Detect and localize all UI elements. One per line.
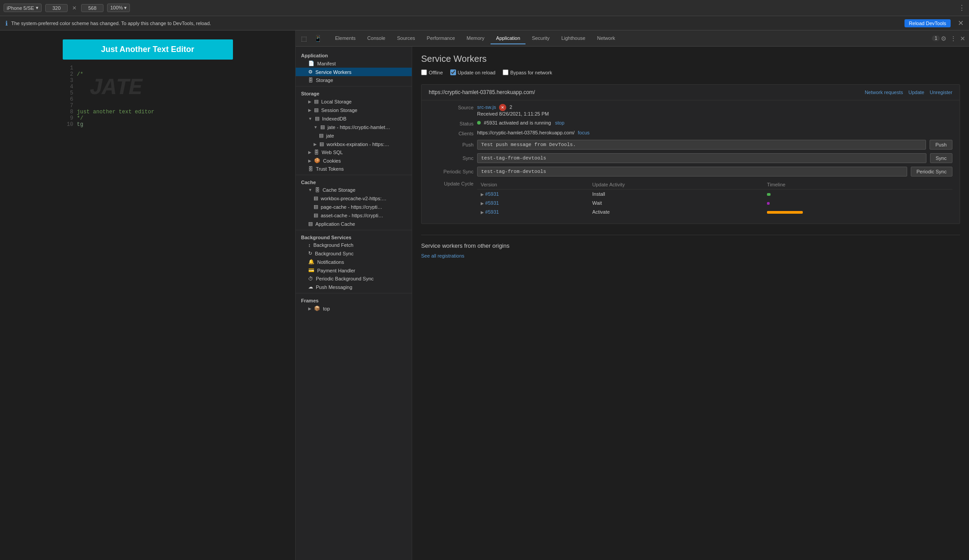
tab-application[interactable]: Application: [491, 33, 525, 44]
sidebar-item-web-sql[interactable]: ▶ 🗄 Web SQL: [296, 148, 412, 156]
expand-icon-install[interactable]: ▶: [481, 192, 484, 197]
push-button[interactable]: Push: [930, 140, 952, 150]
sidebar-item-push-messaging[interactable]: ☁ Push Messaging: [296, 283, 412, 291]
timeline-bar-wait: [767, 202, 770, 205]
sidebar-item-cookies[interactable]: ▶ 🍪 Cookies: [296, 156, 412, 165]
tab-memory[interactable]: Memory: [461, 33, 490, 44]
height-input[interactable]: [81, 4, 103, 12]
sidebar-item-session-storage[interactable]: ▶ ▤ Session Storage: [296, 106, 412, 114]
sidebar-item-jate-db-label: jate - https://cryptic-hamlet…: [327, 125, 390, 130]
tab-performance[interactable]: Performance: [422, 33, 461, 44]
offline-checkbox[interactable]: [421, 69, 427, 75]
frames-section-label: Frames: [296, 295, 412, 304]
sidebar-item-asset-cache[interactable]: ▤ asset-cache - https://crypti…: [296, 211, 412, 220]
update-on-reload-checkbox-label[interactable]: Update on reload: [450, 69, 495, 75]
device-dropdown-icon: ▾: [36, 5, 39, 11]
divider-4: [296, 293, 412, 293]
bypass-for-network-checkbox[interactable]: [503, 69, 508, 75]
notifications-icon: 🔔: [308, 259, 314, 265]
app-title: Just Another Text Editor: [63, 39, 233, 60]
sidebar-item-trust-tokens[interactable]: 🗄 Trust Tokens: [296, 165, 412, 173]
sidebar-item-local-storage[interactable]: ▶ ▤ Local Storage: [296, 97, 412, 106]
version-link-wait[interactable]: #5931: [485, 200, 499, 206]
sidebar-item-session-storage-label: Session Storage: [321, 108, 357, 113]
sidebar-item-notifications[interactable]: 🔔 Notifications: [296, 258, 412, 266]
sidebar-item-frames-top[interactable]: ▶ 📦 top: [296, 304, 412, 313]
activity-col-header: Update Activity: [589, 180, 763, 190]
topbar-more-button[interactable]: ⋮: [958, 4, 965, 12]
top-bar: iPhone 5/SE ▾ ✕ 100% ▾ ⋮: [0, 0, 969, 16]
tab-elements[interactable]: Elements: [330, 33, 361, 44]
jate-logo: JATE: [90, 75, 142, 101]
zoom-selector[interactable]: 100% ▾: [107, 4, 130, 12]
expand-icon-activate[interactable]: ▶: [481, 210, 484, 215]
sidebar-item-page-cache[interactable]: ▤ page-cache - https://crypti…: [296, 202, 412, 211]
network-requests-link[interactable]: Network requests: [865, 90, 903, 95]
periodic-sync-input[interactable]: [477, 167, 907, 177]
tab-security[interactable]: Security: [526, 33, 555, 44]
expand-icon-wait[interactable]: ▶: [481, 201, 484, 206]
tab-console[interactable]: Console: [362, 33, 391, 44]
sidebar-item-storage[interactable]: 🗄 Storage: [296, 76, 412, 84]
tab-sources[interactable]: Sources: [392, 33, 420, 44]
sidebar-item-jate[interactable]: ▤ jate: [296, 131, 412, 140]
periodic-sync-label: Periodic Sync: [429, 169, 474, 174]
version-link-activate[interactable]: #5931: [485, 209, 499, 215]
sidebar-item-indexeddb[interactable]: ▼ ▤ IndexedDB: [296, 114, 412, 123]
device-selector[interactable]: iPhone 5/SE ▾: [4, 4, 42, 12]
cursor-icon[interactable]: ⬚: [299, 33, 309, 44]
status-value: #5931 activated and is running stop: [477, 120, 952, 125]
periodic-sync-button[interactable]: Periodic Sync: [911, 167, 952, 177]
sidebar-item-background-sync[interactable]: ↻ Background Sync: [296, 249, 412, 258]
page-cache-icon: ▤: [314, 204, 318, 210]
devtools-body: Application 📄 Manifest ⚙ Service Workers…: [296, 47, 969, 560]
tab-lighthouse[interactable]: Lighthouse: [556, 33, 591, 44]
tab-network[interactable]: Network: [592, 33, 620, 44]
notification-text: The system-preferred color scheme has ch…: [11, 21, 901, 26]
divider-1: [296, 86, 412, 86]
sidebar-item-application-cache[interactable]: ▤ Application Cache: [296, 220, 412, 228]
sidebar-item-workbox-expiration[interactable]: ▶ ▤ workbox-expiration - https:…: [296, 140, 412, 148]
offline-checkbox-label[interactable]: Offline: [421, 69, 443, 75]
bypass-for-network-checkbox-label[interactable]: Bypass for network: [503, 69, 552, 75]
settings-icon[interactable]: ⚙: [941, 35, 947, 42]
sidebar-item-jate-db[interactable]: ▼ ▤ jate - https://cryptic-hamlet…: [296, 123, 412, 131]
focus-link[interactable]: focus: [578, 130, 590, 135]
sync-input[interactable]: [477, 153, 926, 163]
source-sw-link[interactable]: src-sw.js: [477, 104, 496, 110]
sidebar-item-workbox-precache[interactable]: ▤ workbox-precache-v2-https:…: [296, 194, 412, 202]
sw-periodic-sync-row: Periodic Sync Periodic Sync: [429, 167, 952, 177]
sidebar-item-local-storage-label: Local Storage: [321, 99, 352, 104]
push-input[interactable]: [477, 140, 926, 150]
stop-link[interactable]: stop: [555, 120, 564, 125]
more-tabs-icon[interactable]: ⋮: [950, 35, 956, 42]
width-input[interactable]: [45, 4, 68, 12]
sidebar-item-payment-handler[interactable]: 💳 Payment Handler: [296, 266, 412, 275]
reload-devtools-button[interactable]: Reload DevTools: [904, 19, 951, 27]
notification-close-button[interactable]: ✕: [958, 19, 964, 27]
see-all-registrations-link[interactable]: See all registrations: [421, 253, 465, 258]
cache-storage-arrow: ▼: [308, 188, 312, 192]
mobile-icon[interactable]: 📱: [312, 33, 323, 44]
status-label: Status: [429, 120, 474, 126]
unregister-link[interactable]: Unregister: [930, 90, 952, 95]
sidebar-item-background-fetch[interactable]: ↕ Background Fetch: [296, 241, 412, 249]
sidebar-item-jate-label: jate: [326, 133, 334, 138]
sidebar-item-cache-storage[interactable]: ▼ 🗄 Cache Storage: [296, 186, 412, 194]
sidebar-item-push-messaging-label: Push Messaging: [316, 284, 352, 290]
sidebar-item-indexeddb-label: IndexedDB: [322, 116, 346, 121]
divider-2: [296, 175, 412, 175]
manifest-icon: 📄: [308, 60, 314, 66]
sidebar-item-manifest[interactable]: 📄 Manifest: [296, 59, 412, 68]
sidebar-item-manifest-label: Manifest: [317, 61, 336, 66]
update-link[interactable]: Update: [909, 90, 924, 95]
device-screen: Just Another Text Editor JATE 1 2/* 3 4 …: [63, 39, 233, 131]
update-on-reload-checkbox[interactable]: [450, 69, 456, 75]
version-link-install[interactable]: #5931: [485, 191, 499, 197]
local-storage-icon: ▤: [314, 99, 319, 104]
sync-button[interactable]: Sync: [930, 153, 952, 163]
close-devtools-icon[interactable]: ✕: [960, 35, 965, 42]
sidebar-item-periodic-background-sync[interactable]: ⏱ Periodic Background Sync: [296, 275, 412, 283]
table-row-wait: ▶ #5931 Wait: [477, 198, 952, 207]
sidebar-item-service-workers[interactable]: ⚙ Service Workers: [296, 68, 412, 76]
